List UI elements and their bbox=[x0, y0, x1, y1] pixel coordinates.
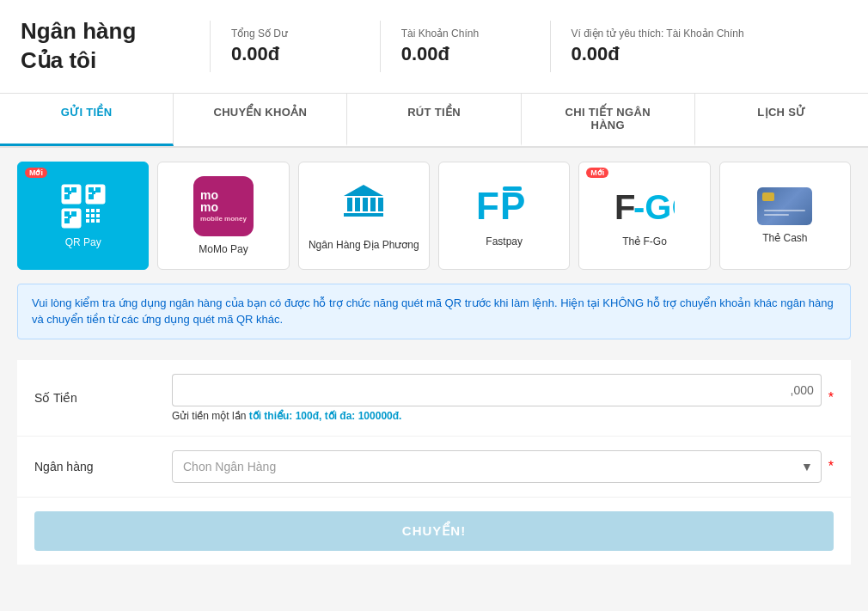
payment-card-bank[interactable]: Ngân Hàng Địa Phương bbox=[298, 162, 430, 270]
payment-card-fgo[interactable]: Mới F -GO Thẻ F-Go bbox=[578, 162, 710, 270]
svg-rect-22 bbox=[91, 214, 95, 217]
badge-new-qr: Mới bbox=[25, 168, 47, 178]
bank-select-wrapper: Chon Ngân Hàng ▼ bbox=[172, 450, 822, 483]
svg-text:F: F bbox=[614, 188, 635, 226]
bank-row: Ngân hàng Chon Ngân Hàng ▼ * bbox=[17, 437, 851, 498]
info-box: Vui lòng kiểm tra ứng dụng ngân hàng của… bbox=[17, 284, 851, 339]
svg-rect-25 bbox=[91, 219, 95, 223]
tab-chi-tiet[interactable]: CHI TIẾT NGÂN HÀNG bbox=[522, 94, 695, 146]
stat-label-1: Tài Khoản Chính bbox=[401, 27, 529, 40]
svg-rect-9 bbox=[89, 194, 94, 199]
tab-chuyen-khoan[interactable]: CHUYỂN KHOẢN bbox=[174, 94, 347, 146]
bank-control: Chon Ngân Hàng ▼ bbox=[172, 450, 822, 483]
svg-rect-11 bbox=[92, 191, 95, 194]
tab-lich-su[interactable]: LỊCH SỬ bbox=[695, 94, 868, 146]
main-content: Mới bbox=[0, 148, 868, 578]
submit-row: CHUYỂN! bbox=[17, 498, 851, 565]
payment-methods: Mới bbox=[17, 162, 851, 270]
submit-button[interactable]: CHUYỂN! bbox=[34, 511, 834, 551]
cash-label: Thẻ Cash bbox=[762, 232, 807, 244]
stat-tai-khoan-chinh: Tài Khoản Chính 0.00đ bbox=[380, 21, 550, 72]
qr-pay-label: QR Pay bbox=[65, 236, 101, 248]
svg-rect-21 bbox=[86, 214, 89, 217]
fgo-label: Thẻ F-Go bbox=[622, 235, 667, 247]
svg-rect-10 bbox=[95, 194, 101, 199]
stat-value-0: 0.00đ bbox=[231, 43, 359, 65]
stats-container: Tổng Số Dư 0.00đ Tài Khoản Chính 0.00đ V… bbox=[210, 21, 847, 72]
svg-rect-30 bbox=[363, 198, 368, 211]
stat-label-0: Tổng Số Dư bbox=[231, 27, 359, 40]
payment-card-cash[interactable]: Thẻ Cash bbox=[719, 162, 851, 270]
momo-icon: momo mobile money bbox=[193, 176, 254, 236]
payment-card-qr[interactable]: Mới bbox=[17, 162, 149, 270]
amount-hint: Gửi tiền một lần tối thiểu: 100đ, tối đa… bbox=[172, 410, 822, 422]
stat-value-2: 0.00đ bbox=[572, 43, 828, 65]
stat-vi-dien-tu: Ví điện tử yêu thích: Tài Khoản Chính 0.… bbox=[550, 21, 848, 72]
badge-new-fgo: Mới bbox=[586, 168, 608, 178]
info-message: Vui lòng kiểm tra ứng dụng ngân hàng của… bbox=[32, 296, 834, 327]
stat-label-2: Ví điện tử yêu thích: Tài Khoản Chính bbox=[572, 27, 828, 40]
qr-icon bbox=[60, 183, 107, 229]
cash-card-icon bbox=[757, 187, 812, 225]
hint-min: tối thiểu: 100đ, bbox=[249, 410, 322, 422]
svg-text:P: P bbox=[500, 185, 525, 226]
svg-rect-4 bbox=[71, 194, 76, 199]
bank-label-form: Ngân hàng bbox=[34, 460, 172, 474]
svg-rect-33 bbox=[344, 213, 383, 217]
fastpay-icon: F P bbox=[474, 183, 535, 229]
svg-rect-17 bbox=[68, 215, 71, 218]
bank-icon bbox=[342, 180, 385, 232]
svg-rect-2 bbox=[71, 187, 76, 192]
svg-rect-24 bbox=[86, 219, 89, 223]
tab-navigation: GỬI TIỀN CHUYỂN KHOẢN RÚT TIỀN CHI TIẾT … bbox=[0, 94, 868, 148]
momo-label: MoMo Pay bbox=[199, 243, 248, 255]
svg-rect-19 bbox=[91, 209, 95, 212]
hint-prefix: Gửi tiền một lần bbox=[172, 410, 249, 422]
fastpay-label: Fastpay bbox=[486, 235, 523, 247]
amount-suffix: ,000 bbox=[784, 374, 822, 406]
bank-label: Ngân Hàng Địa Phương bbox=[309, 239, 419, 251]
page-title: Ngân hàng Của tôi bbox=[21, 17, 210, 76]
svg-text:F: F bbox=[476, 185, 499, 226]
svg-rect-23 bbox=[96, 214, 100, 217]
svg-marker-27 bbox=[344, 185, 383, 196]
svg-rect-14 bbox=[71, 211, 76, 217]
header-section: Ngân hàng Của tôi Tổng Số Dư 0.00đ Tài K… bbox=[0, 0, 868, 94]
amount-input[interactable] bbox=[172, 374, 784, 406]
svg-text:-GO: -GO bbox=[633, 188, 675, 226]
payment-card-momo[interactable]: momo mobile money MoMo Pay bbox=[157, 162, 289, 270]
svg-rect-26 bbox=[96, 219, 100, 223]
fgo-icon: F -GO bbox=[614, 183, 675, 229]
amount-row: Số Tiền ,000 Gửi tiền một lần tối thiểu:… bbox=[17, 360, 851, 437]
svg-rect-8 bbox=[95, 187, 101, 192]
stat-value-1: 0.00đ bbox=[401, 43, 529, 65]
payment-card-fastpay[interactable]: F P Fastpay bbox=[438, 162, 570, 270]
hint-max: tối đa: 100000đ. bbox=[321, 410, 401, 422]
amount-control: ,000 Gửi tiền một lần tối thiểu: 100đ, t… bbox=[172, 374, 822, 422]
svg-rect-29 bbox=[355, 198, 360, 211]
stat-tong-so-du: Tổng Số Dư 0.00đ bbox=[210, 21, 380, 72]
svg-rect-32 bbox=[378, 198, 383, 211]
bank-required: * bbox=[828, 459, 834, 474]
form-section: Số Tiền ,000 Gửi tiền một lần tối thiểu:… bbox=[17, 360, 851, 565]
amount-input-group: ,000 bbox=[172, 374, 822, 406]
svg-rect-20 bbox=[96, 209, 100, 212]
svg-rect-16 bbox=[71, 218, 76, 223]
amount-label: Số Tiền bbox=[34, 391, 172, 405]
amount-required: * bbox=[828, 390, 834, 406]
bank-select[interactable]: Chon Ngân Hàng bbox=[172, 450, 822, 483]
svg-rect-5 bbox=[68, 191, 71, 194]
tab-gui-tien[interactable]: GỬI TIỀN bbox=[0, 94, 174, 146]
svg-rect-18 bbox=[86, 209, 89, 212]
svg-rect-3 bbox=[64, 194, 70, 199]
svg-rect-28 bbox=[347, 198, 352, 211]
svg-rect-31 bbox=[370, 198, 376, 211]
tab-rut-tien[interactable]: RÚT TIỀN bbox=[347, 94, 521, 146]
svg-rect-15 bbox=[64, 218, 70, 223]
